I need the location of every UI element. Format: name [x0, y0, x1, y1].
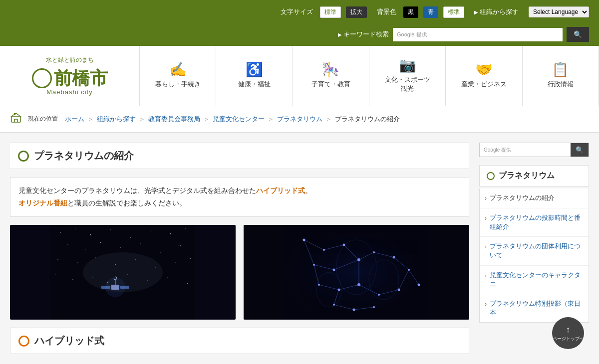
nav-bunka[interactable]: 📷 文化・スポーツ観光 [369, 46, 446, 106]
sidebar-item-label: プラネタリウムの投影時間と番組紹介 [490, 213, 582, 231]
search-bar: キーワード検索 Google 提供 🔍 [0, 24, 599, 46]
arrow-icon: › [485, 300, 487, 309]
sidebar-search-box: Google 提供 🔍 [479, 143, 589, 157]
bg-black-button[interactable]: 黒 [403, 6, 418, 18]
svg-point-19 [77, 262, 78, 263]
sidebar-circle [487, 172, 495, 180]
hybrid-title: ハイブリッド式 [34, 334, 104, 348]
intro-text: 児童文化センターのプラネタリウムは、光学式とデジタル式を組み合わせたハイブリッド… [10, 177, 469, 217]
breadcrumb-home[interactable]: ホーム [65, 115, 84, 124]
header-area: 水と緑と詩のまち 前橋市 Maebashi city ✍ 暮らし・手続き ♿ 健… [0, 46, 599, 106]
arrow-icon: › [485, 272, 487, 280]
svg-point-15 [140, 244, 141, 245]
sangyo-icon: 🤝 [475, 63, 493, 77]
top-utility-bar: 文字サイズ 標準 拡大 背景色 黒 青 標準 組織から探す Select Lan… [0, 0, 599, 24]
sidebar-item-label: プラネタリウムの団体利用について [490, 242, 582, 260]
font-size-label: 文字サイズ [281, 7, 313, 16]
svg-point-16 [160, 252, 160, 253]
page-title-box: プラネタリウムの紹介 [10, 143, 469, 169]
svg-point-6 [110, 230, 110, 230]
bunka-icon: 📷 [399, 58, 416, 72]
svg-point-31 [127, 275, 128, 275]
breadcrumb-icon [10, 112, 22, 126]
nav-gyosei[interactable]: 📋 行政情報 [523, 46, 599, 106]
bg-color-label: 背景色 [377, 7, 396, 16]
hybrid-section-title: ハイブリッド式 [10, 328, 469, 354]
image-space [10, 225, 236, 320]
nav-categories: ✍ 暮らし・手続き ♿ 健康・福祉 🎠 子育て・教育 📷 文化・スポーツ観光 🤝… [140, 46, 599, 106]
sidebar-item-intro[interactable]: › プラネタリウムの紹介 [480, 188, 589, 208]
bg-standard-button[interactable]: 標準 [443, 6, 464, 18]
font-size-standard-button[interactable]: 標準 [320, 6, 341, 18]
svg-point-24 [175, 262, 175, 263]
nav-sangyo[interactable]: 🤝 産業・ビジネス [446, 46, 522, 106]
svg-point-10 [185, 229, 185, 229]
svg-point-14 [120, 247, 120, 248]
scroll-top-button[interactable]: ↑ ページトップへ [552, 317, 584, 349]
intro-para-1: 児童文化センターのプラネタリウムは、光学式とデジタル式を組み合わせたハイブリッド… [18, 184, 461, 197]
svg-point-18 [57, 260, 58, 260]
page-title: プラネタリウムの紹介 [34, 149, 134, 163]
breadcrumb-current-page: プラネタリウムの紹介 [335, 115, 400, 124]
svg-point-28 [72, 280, 73, 281]
breadcrumb-jidou[interactable]: 児童文化センター [213, 115, 265, 124]
font-size-large-button[interactable]: 拡大 [346, 6, 367, 18]
arrow-icon: › [485, 194, 487, 203]
nav-kenko-label: 健康・福祉 [238, 80, 271, 89]
svg-point-34 [187, 283, 188, 284]
logo-circle [32, 68, 52, 88]
breadcrumb-planetarium[interactable]: プラネタリウム [277, 115, 322, 124]
svg-rect-83 [284, 225, 429, 320]
sidebar-item-character[interactable]: › 児童文化センターのキャラクタニ [480, 266, 589, 294]
search-button[interactable]: 🔍 [567, 27, 589, 42]
svg-point-9 [170, 233, 171, 234]
nav-kurashi[interactable]: ✍ 暮らし・手続き [140, 46, 216, 106]
sidebar-item-label: 児童文化センターのキャラクタニ [490, 271, 582, 289]
svg-point-27 [55, 275, 55, 275]
svg-point-25 [190, 258, 191, 259]
sidebar-item-group[interactable]: › プラネタリウムの団体利用について [480, 237, 589, 265]
nav-kenko[interactable]: ♿ 健康・福祉 [216, 46, 293, 106]
sidebar-search-input[interactable] [480, 143, 571, 156]
arrow-up-icon: ↑ [566, 325, 571, 335]
images-row [10, 225, 469, 320]
nav-kosodate[interactable]: 🎠 子育て・教育 [293, 46, 369, 106]
arrow-icon: › [485, 214, 487, 223]
nav-gyosei-label: 行政情報 [548, 80, 574, 89]
keyword-search-label: キーワード検索 [338, 30, 389, 39]
arrow-icon: › [485, 243, 487, 251]
sidebar-menu: › プラネタリウムの紹介 › プラネタリウムの投影時間と番組紹介 › プラネタリ… [479, 188, 589, 323]
svg-point-13 [100, 242, 101, 243]
city-roman: Maebashi city [46, 88, 92, 96]
svg-point-40 [105, 277, 125, 297]
svg-point-29 [92, 277, 93, 278]
svg-point-11 [67, 245, 68, 246]
sidebar-search-button[interactable]: 🔍 [571, 143, 589, 157]
sidebar-item-label: プラネタリウム特別投影（東日本 [490, 299, 582, 317]
title-circle [18, 151, 29, 162]
highlight-original: オリジナル番組 [18, 199, 67, 207]
sidebar: Google 提供 🔍 プラネタリウム › プラネタリウムの紹介 › プラネタリ… [479, 143, 589, 323]
bg-blue-button[interactable]: 青 [423, 6, 438, 18]
svg-point-33 [167, 277, 168, 278]
nav-kosodate-label: 子育て・教育 [311, 80, 350, 89]
gyosei-icon: 📋 [552, 63, 569, 77]
nav-kurashi-label: 暮らし・手続き [155, 80, 201, 89]
svg-point-5 [90, 234, 91, 235]
svg-rect-1 [14, 113, 15, 115]
kurashi-icon: ✍ [169, 63, 187, 77]
breadcrumb-edu[interactable]: 教育委員会事務局 [148, 115, 200, 124]
sidebar-section-label: プラネタリウム [499, 171, 555, 181]
sidebar-section-title: プラネタリウム [479, 165, 589, 186]
language-select[interactable]: Select Language [529, 6, 589, 17]
sidebar-item-label: プラネタリウムの紹介 [490, 193, 555, 202]
kosodate-icon: 🎠 [322, 63, 339, 77]
breadcrumb-org[interactable]: 組織から探す [97, 115, 136, 124]
svg-point-8 [150, 231, 150, 231]
search-container: Google 提供 [393, 28, 563, 41]
org-search-link[interactable]: 組織から探す [474, 7, 519, 16]
search-input[interactable] [393, 28, 563, 41]
sidebar-item-schedule[interactable]: › プラネタリウムの投影時間と番組紹介 [480, 208, 589, 237]
breadcrumb-current-label: 現在の位置 [28, 115, 58, 123]
svg-point-12 [85, 250, 85, 250]
